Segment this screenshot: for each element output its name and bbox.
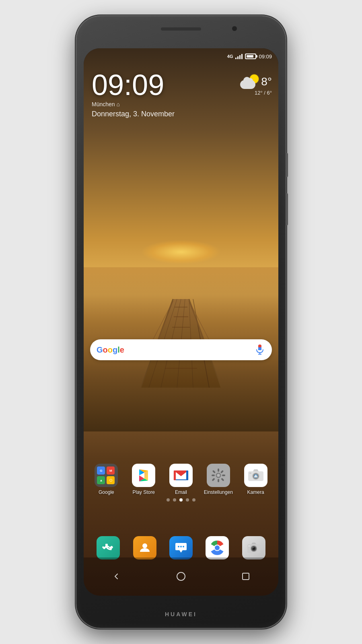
front-camera [232,26,237,31]
svg-point-54 [183,546,184,547]
app-kamera-label: Kamera [247,489,264,495]
svg-rect-38 [212,478,215,481]
nav-back-button[interactable] [109,569,123,584]
app-play-store-label: Play Store [133,489,155,495]
svg-rect-23 [258,345,261,348]
clock-date: Donnerstag, 3. November [92,110,175,118]
page-indicators [88,498,274,502]
brand-label: HUAWEI [165,611,197,617]
clock-location: München ⌂ [92,101,175,107]
email-icon [169,464,193,487]
wallpaper [84,48,278,596]
status-time: 09:09 [259,54,272,60]
folder-mini-4: ⬡ [107,476,115,484]
page-dot-4 [186,498,189,502]
google-logo: Google [97,345,124,355]
signal-bar-3 [239,55,241,59]
status-bar: 4G 09:09 [84,48,278,64]
svg-rect-29 [174,471,176,480]
google-search-bar[interactable]: Google [90,339,272,360]
clock-time-display: 09:09 [92,70,175,99]
google-folder-icon: G M ▲ ⬡ [95,464,118,487]
phone-screen: 4G 09:09 09:09 München [84,48,278,596]
svg-rect-37 [220,470,224,473]
svg-rect-25 [258,347,261,349]
weather-widget: 8° 12° / 6° [240,74,272,96]
dock-camera[interactable] [238,536,269,559]
signal-bar-2 [237,56,239,59]
screen-content: 4G 09:09 09:09 München [84,48,278,596]
app-google-folder[interactable]: G M ▲ ⬡ Google [90,464,122,495]
power-button[interactable] [286,193,288,225]
chrome-app-icon [206,536,229,559]
network-indicator: 4G [227,54,233,59]
svg-point-51 [142,543,147,548]
folder-mini-1: G [97,466,105,475]
cloud-part [240,80,255,89]
svg-rect-32 [218,469,219,472]
svg-rect-39 [221,478,224,481]
volume-button[interactable] [286,153,288,177]
svg-point-63 [253,547,253,548]
app-email-label: Email [175,489,187,495]
weather-icon-area: 8° [240,74,272,89]
dock-messages[interactable] [165,536,197,559]
contacts-app-icon [133,536,156,559]
svg-point-52 [178,546,179,547]
folder-mini-2: M [107,466,115,475]
app-email[interactable]: Email [165,464,197,495]
svg-rect-33 [218,479,219,482]
messages-app-icon [169,536,193,559]
camera-dock-icon [242,536,265,559]
nav-home-button[interactable] [174,569,188,584]
svg-point-57 [215,545,220,550]
svg-rect-34 [212,475,215,476]
svg-rect-30 [186,471,188,480]
weather-icon [240,74,259,89]
svg-rect-64 [248,545,250,547]
battery-fill [247,55,253,58]
page-dot-3 [179,498,183,502]
app-camera[interactable]: Kamera [240,464,272,495]
app-row-main: G M ▲ ⬡ Google [88,464,274,495]
dock-phone[interactable] [93,536,124,559]
svg-point-41 [217,474,220,477]
phone-app-icon [97,536,120,559]
app-settings-label: Einstellungen [204,489,233,495]
svg-point-53 [180,546,182,547]
app-play-store[interactable]: Play Store [128,464,159,495]
nav-recents-button[interactable] [239,569,253,584]
play-store-icon [132,464,155,487]
clock-widget: 09:09 München ⌂ Donnerstag, 3. November [92,70,175,118]
signal-bar-1 [235,58,237,59]
battery-icon [245,54,256,59]
svg-rect-47 [249,473,251,474]
svg-rect-28 [174,479,188,480]
settings-icon [207,464,230,487]
page-dot-2 [173,498,176,502]
svg-rect-36 [212,470,216,473]
dock-contacts[interactable] [129,536,160,559]
app-settings[interactable]: Einstellungen [203,464,234,495]
navigation-bar [84,557,278,596]
svg-rect-67 [243,573,249,580]
status-right-group: 4G 09:09 [227,54,272,60]
svg-rect-35 [222,475,225,476]
wallpaper-sun-glow [141,240,221,264]
svg-point-66 [177,572,185,580]
speaker-grille [161,27,201,31]
weather-range: 12° / 6° [240,90,272,96]
dock-chrome[interactable] [202,536,233,559]
folder-mini-3: ▲ [97,476,105,484]
app-google-label: Google [99,489,114,495]
page-dot-5 [192,498,195,502]
google-mic-icon[interactable] [254,344,265,355]
page-dot-1 [167,498,170,502]
app-grid: G M ▲ ⬡ Google [84,464,278,508]
weather-temperature: 8° [261,75,272,88]
signal-bar-4 [241,54,243,59]
kamera-icon [244,464,267,487]
signal-strength-icon [235,54,243,59]
phone-device: HUAWEI [76,16,286,628]
